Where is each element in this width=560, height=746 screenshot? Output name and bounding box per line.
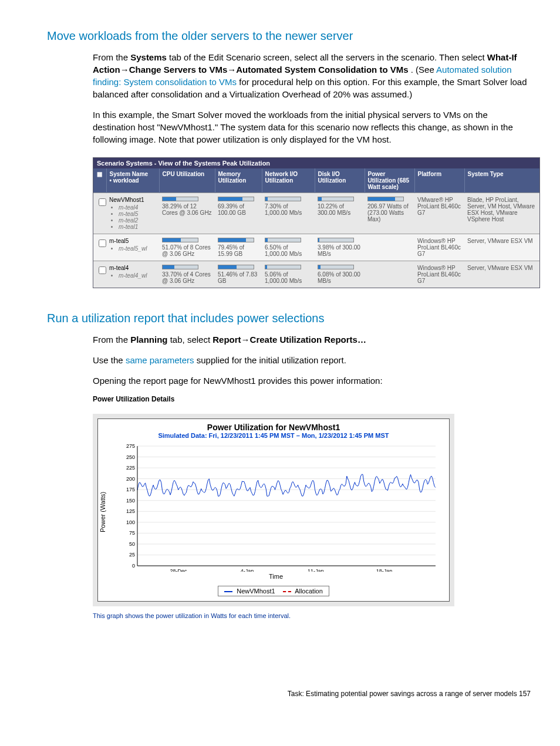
svg-text:50: 50 [129, 541, 135, 547]
body-block-2: From the Planning tab, select Report→Cre… [93, 333, 531, 387]
cell-cpu: 38.29% of 12 Cores @ 3.06 GHz [159, 193, 215, 234]
cell-disk: 6.08% of 300.00 MB/s [315, 261, 365, 288]
col-net[interactable]: Network I/O Utilization [262, 168, 315, 193]
txt: tab of the Edit Scenario screen, select … [169, 52, 487, 62]
svg-text:11-Jan: 11-Jan [308, 568, 324, 572]
col-system[interactable]: System Name• workload [106, 168, 159, 193]
row-checkbox[interactable] [99, 266, 106, 274]
svg-text:0: 0 [132, 563, 135, 569]
page-footer: Task: Estimating potential power savings… [18, 690, 542, 698]
txt: tab, select [170, 335, 213, 345]
txt: Systems [130, 52, 167, 62]
section-heading-2: Run a utilization report that includes p… [47, 312, 542, 325]
col-type[interactable]: System Type [464, 168, 539, 193]
cell-type: Server, VMware ESX VM [464, 261, 539, 288]
power-block: Power Utilization Details Power Utilizat… [93, 395, 542, 619]
cell-disk: 10.22% of 300.00 MB/s [315, 193, 365, 234]
row-checkbox[interactable] [99, 239, 106, 247]
svg-text:150: 150 [126, 498, 135, 504]
row-checkbox[interactable] [99, 198, 106, 206]
txt: From the [93, 335, 130, 345]
cell-mem: 51.46% of 7.83 GB [215, 261, 262, 288]
svg-text:125: 125 [126, 508, 135, 514]
cell-system: m-teal5m-teal5_wl [106, 234, 159, 261]
svg-text:75: 75 [129, 530, 135, 536]
power-details-label: Power Utilization Details [93, 395, 542, 403]
paragraph: Opening the report page for NewVMhost1 p… [93, 374, 531, 387]
svg-text:4-Jan: 4-Jan [241, 568, 254, 572]
chart-plot: 0255075100125150175200225250275 28-Dec4-… [107, 443, 444, 572]
txt: Planning [130, 335, 167, 345]
chart-ylabel: Power (Watts) [98, 440, 107, 583]
chart-caption: This graph shows the power utilization i… [93, 612, 542, 619]
cell-mem: 79.45% of 15.99 GB [215, 234, 262, 261]
svg-text:18-Jan: 18-Jan [376, 568, 393, 572]
table-row: m-teal5m-teal5_wl51.07% of 8 Cores @ 3.0… [93, 234, 539, 261]
svg-text:225: 225 [126, 465, 135, 471]
table-header-row: ▦ System Name• workload CPU Utilization … [93, 168, 539, 193]
cell-cpu: 51.07% of 8 Cores @ 3.06 GHz [159, 234, 215, 261]
col-disk[interactable]: Disk I/O Utilization [315, 168, 365, 193]
svg-text:250: 250 [126, 454, 135, 460]
paragraph: In this example, the Smart Solver moved … [93, 109, 531, 146]
col-mem[interactable]: Memory Utilization [215, 168, 262, 193]
cell-type: Blade, HP ProLiant, Server, VM Host, VMw… [464, 193, 539, 234]
chart-title: Power Utilization for NewVMhost1 [103, 423, 444, 432]
scenario-title: Scenario Systems - View of the Systems P… [93, 158, 539, 168]
cell-mem: 69.39% of 100.00 GB [215, 193, 262, 234]
link-same-params[interactable]: same parameters [126, 355, 194, 365]
txt: Use the [93, 355, 126, 365]
cell-disk: 3.98% of 300.00 MB/s [315, 234, 365, 261]
header-checkbox[interactable]: ▦ [93, 168, 106, 193]
cell-net: 6.50% of 1,000.00 Mb/s [262, 234, 315, 261]
cell-system: m-teal4m-teal4_wl [106, 261, 159, 288]
chart-legend: NewVMhost1 Allocation [98, 583, 449, 601]
txt: From the [93, 52, 130, 62]
svg-text:275: 275 [126, 443, 135, 449]
legend-label-2: Allocation [295, 588, 323, 595]
cell-power [365, 261, 414, 288]
cell-net: 5.06% of 1,000.00 Mb/s [262, 261, 315, 288]
section-heading-1: Move workloads from the older servers to… [47, 29, 542, 43]
chart-subtitle: Simulated Data: Fri, 12/23/2011 1:45 PM … [103, 432, 444, 439]
chart-xlabel: Time [107, 572, 444, 583]
txt: supplied for the initial utilization rep… [197, 355, 346, 365]
scenario-table: Scenario Systems - View of the Systems P… [93, 157, 540, 288]
cell-platform: Windows® HP ProLiant BL460c G7 [414, 234, 464, 261]
col-power[interactable]: Power Utilization (685 Watt scale) [365, 168, 414, 193]
svg-text:175: 175 [126, 487, 135, 492]
legend-swatch-2 [283, 591, 291, 592]
txt: . (See [411, 65, 436, 75]
cell-cpu: 33.70% of 4 Cores @ 3.06 GHz [159, 261, 215, 288]
body-block-1: From the Systems tab of the Edit Scenari… [93, 51, 531, 146]
col-platform[interactable]: Platform [414, 168, 464, 193]
col-cpu[interactable]: CPU Utilization [159, 168, 215, 193]
cell-type: Server, VMware ESX VM [464, 234, 539, 261]
cell-platform: Windows® HP ProLiant BL460c G7 [414, 261, 464, 288]
cell-power [365, 234, 414, 261]
svg-text:28-Dec: 28-Dec [170, 568, 188, 572]
svg-text:200: 200 [126, 476, 135, 482]
cell-power: 206.97 Watts of (273.00 Watts Max) [365, 193, 414, 234]
cell-net: 7.30% of 1,000.00 Mb/s [262, 193, 315, 234]
svg-text:100: 100 [126, 519, 135, 525]
svg-text:25: 25 [129, 552, 135, 558]
legend-label-1: NewVMhost1 [237, 588, 275, 595]
cell-platform: VMware® HP ProLiant BL460c G7 [414, 193, 464, 234]
txt: Report→Create Utilization Reports… [212, 335, 366, 345]
cell-system: NewVMhost1m-teal4m-teal5m-teal2m-teal1 [106, 193, 159, 234]
table-row: m-teal4m-teal4_wl33.70% of 4 Cores @ 3.0… [93, 261, 539, 288]
chart-frame: Power Utilization for NewVMhost1 Simulat… [93, 414, 454, 606]
table-row: NewVMhost1m-teal4m-teal5m-teal2m-teal138… [93, 193, 539, 234]
legend-swatch-1 [224, 591, 232, 592]
